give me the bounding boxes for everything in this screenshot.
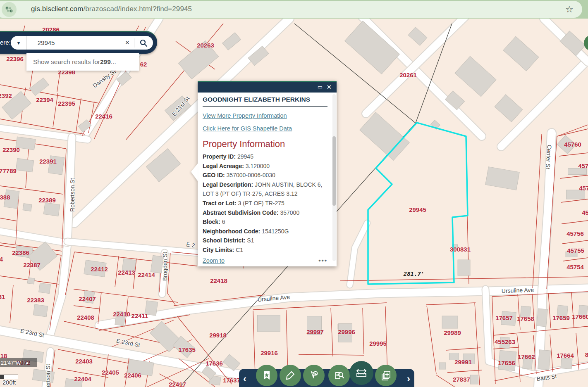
select-button[interactable] (303, 365, 325, 386)
toolbar-next-icon[interactable]: › (407, 374, 410, 384)
query-button[interactable] (328, 365, 350, 386)
search-dropdown-button[interactable]: ▼ (11, 36, 27, 50)
popup-title: GOODNIGHT ELIZABETH PERKINS (203, 96, 327, 107)
view-more-link[interactable]: View More Property Information (203, 112, 287, 119)
close-icon[interactable]: ✕ (326, 84, 332, 90)
property-field: Legal Description: JOHN AUSTIN, BLOCK 6,… (203, 180, 327, 199)
zoom-to-link[interactable]: Zoom to (203, 257, 225, 264)
shapefile-link[interactable]: Click Here for GIS Shapefile Data (203, 125, 292, 132)
popup-header[interactable]: ▭ ✕ (198, 81, 337, 93)
scale-label: 200ft (2, 379, 16, 386)
select-magnifier-icon (308, 370, 319, 381)
search-button[interactable] (134, 39, 153, 47)
property-field: Block: 6 (203, 217, 327, 227)
address-pill[interactable]: gis.bisclient.com/brazoscad/index.html?f… (0, 1, 582, 18)
url-domain: gis.bisclient.com (31, 5, 83, 13)
screen: { "browser": { "url_domain": "gis.biscli… (0, 0, 588, 387)
property-field: Legal Acreage: 3.120000 (203, 161, 327, 171)
bookmark-star-icon (261, 370, 272, 381)
property-field: Property ID: 29945 (203, 152, 327, 161)
draw-button[interactable] (280, 365, 301, 386)
search-bar: ere: ▼ × (0, 31, 157, 54)
url-path: /brazoscad/index.html?find=29945 (83, 5, 192, 13)
search-suggestion[interactable]: Show search results for 299 ... (26, 53, 139, 71)
property-field: Abstract Subdivision Code: 357000 (203, 208, 327, 218)
property-field: School District: S1 (203, 236, 327, 245)
toolbar-prev-icon[interactable]: ‹ (243, 374, 246, 384)
search-pill: ▼ × (11, 36, 153, 50)
layers-plus-icon (380, 370, 392, 381)
maximize-icon[interactable]: ▭ (318, 84, 323, 90)
suggestion-text: Show search results for (33, 58, 100, 66)
search-input[interactable] (27, 39, 121, 47)
property-popup: ▭ ✕ GOODNIGHT ELIZABETH PERKINS View Mor… (198, 81, 337, 266)
extensions-toggle-icon[interactable] (2, 2, 17, 17)
document-magnifier-icon (334, 370, 344, 381)
pencil-icon (285, 370, 296, 381)
scale-bar-segment (0, 375, 4, 379)
add-data-button[interactable] (375, 365, 397, 386)
coordinates-bar: 21'47"W ▲ (0, 358, 37, 367)
popup-scrollbar-thumb[interactable] (332, 136, 336, 206)
scale-bar (0, 375, 18, 379)
more-options-icon[interactable]: ••• (318, 257, 327, 264)
property-field: GEO ID: 357000-0006-0030 (203, 171, 327, 180)
measure-button[interactable] (349, 361, 373, 385)
browser-address-bar: gis.bisclient.com/brazoscad/index.html?f… (0, 0, 588, 19)
property-field: Neighborhood Code: 1541250G (203, 227, 327, 236)
suggestion-bold: 299 (100, 58, 111, 66)
popup-body: GOODNIGHT ELIZABETH PERKINS View More Pr… (198, 93, 337, 266)
popup-footer: Zoom to ••• (203, 257, 327, 264)
property-fields: Property ID: 29945Legal Acreage: 3.12000… (203, 152, 327, 255)
property-field: Tract or Lot: 3 (PT OF) TR-275 (203, 199, 327, 208)
coordinates-text: 21'47"W (0, 360, 21, 366)
coordinates-separator (23, 360, 23, 366)
search-hint-label: ere: (0, 39, 11, 46)
bookmarks-button[interactable] (256, 365, 277, 386)
clear-search-icon[interactable]: × (121, 38, 134, 47)
suggestion-ellipsis: ... (111, 58, 116, 66)
url-text[interactable]: gis.bisclient.com/brazoscad/index.html?f… (31, 5, 192, 13)
ruler-icon (355, 367, 368, 379)
popup-pointer (191, 164, 198, 181)
magnifier-icon (139, 39, 148, 47)
bookmark-star-icon[interactable]: ☆ (565, 4, 574, 15)
property-field: City Limits: C1 (203, 245, 327, 255)
expand-caret-icon[interactable]: ▲ (25, 360, 31, 365)
property-information-heading: Property Information (203, 139, 327, 150)
